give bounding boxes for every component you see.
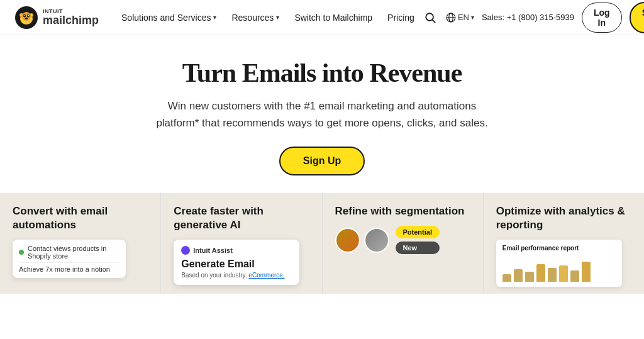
bar-8 [582, 262, 591, 282]
card-generative-ai: Create faster with generative AI Intuit … [161, 193, 322, 294]
svg-line-14 [432, 19, 435, 22]
feature-cards-row: Convert with email automations Contact v… [0, 193, 644, 294]
hero-section: Turn Emails into Revenue Win new custome… [0, 35, 644, 193]
search-icon [425, 12, 436, 23]
pill-new: New [396, 242, 440, 254]
chevron-down-icon: ▾ [276, 14, 279, 21]
bar-4 [536, 264, 545, 282]
card-analytics: Optimize with analytics & reporting Emai… [484, 193, 644, 294]
lang-label: EN [458, 13, 469, 22]
ai-badge-icon [181, 246, 190, 255]
nav-resources-label: Resources [231, 13, 274, 23]
logo[interactable]: INTUIT mailchimp [15, 6, 99, 29]
nav-switch-label: Switch to Mailchimp [294, 13, 372, 23]
nav-solutions-label: Solutions and Services [121, 13, 211, 23]
signup-button-nav[interactable]: Sign Up [630, 2, 644, 33]
login-button[interactable]: Log In [582, 3, 622, 33]
card-1-preview-text: Contact views products in Shopify store [28, 245, 119, 260]
card-segmentation: Refine with segmentation Potential New [323, 193, 484, 294]
bar-2 [514, 269, 523, 282]
svg-point-6 [28, 14, 29, 16]
svg-point-5 [25, 14, 25, 16]
card-2-preview: Intuit Assist Generate Email Based on yo… [174, 240, 299, 285]
card-email-automations: Convert with email automations Contact v… [0, 193, 161, 294]
search-button[interactable] [422, 9, 438, 26]
card-1-preview: Contact views products in Shopify store … [13, 240, 126, 278]
hero-signup-button[interactable]: Sign Up [279, 147, 365, 175]
hero-subtext: Win new customers with the #1 email mark… [152, 98, 492, 131]
bar-6 [559, 265, 568, 282]
seg-pills: Potential New [396, 226, 440, 254]
navigation: INTUIT mailchimp Solutions and Services … [0, 0, 644, 35]
bar-3 [525, 272, 534, 282]
chevron-down-icon: ▾ [471, 14, 474, 21]
card-3-title: Refine with segmentation [335, 204, 470, 218]
analytics-report-title: Email performance report [502, 245, 616, 252]
bar-5 [548, 268, 557, 282]
logo-mailchimp-label: mailchimp [43, 14, 99, 26]
analytics-bars [502, 257, 616, 282]
card-4-title: Optimize with analytics & reporting [496, 204, 631, 232]
hero-headline: Turn Emails into Revenue [182, 58, 462, 88]
card-4-preview: Email performance report [496, 240, 622, 287]
chevron-down-icon: ▾ [213, 14, 216, 21]
bar-7 [570, 270, 579, 282]
seg-avatars [335, 228, 389, 253]
pill-potential: Potential [396, 226, 440, 238]
status-dot [19, 250, 24, 255]
language-selector[interactable]: EN ▾ [446, 13, 474, 23]
ai-badge: Intuit Assist [181, 246, 292, 255]
ai-card-title: Generate Email [181, 258, 292, 270]
card-1-preview-sub: Achieve 7x more into a notion [19, 265, 119, 273]
nav-solutions[interactable]: Solutions and Services ▾ [114, 0, 224, 35]
svg-point-8 [25, 18, 28, 19]
nav-left: INTUIT mailchimp Solutions and Services … [15, 0, 422, 35]
svg-point-11 [20, 14, 23, 16]
svg-point-12 [30, 14, 33, 16]
card-3-preview: Potential New [335, 226, 470, 254]
nav-switch[interactable]: Switch to Mailchimp [287, 0, 380, 35]
bar-1 [502, 274, 511, 282]
ai-badge-label: Intuit Assist [193, 247, 233, 254]
card-2-title: Create faster with generative AI [174, 204, 309, 232]
sales-phone: Sales: +1 (800) 315-5939 [482, 13, 574, 22]
avatar-1 [335, 228, 360, 253]
ai-link[interactable]: eCommerce, [248, 272, 284, 279]
logo-text: INTUIT mailchimp [43, 9, 99, 26]
nav-resources[interactable]: Resources ▾ [224, 0, 287, 35]
nav-pricing[interactable]: Pricing [380, 0, 422, 35]
avatar-2 [364, 228, 389, 253]
ai-card-sub: Based on your industry, eCommerce, [181, 272, 292, 279]
nav-pricing-label: Pricing [387, 13, 414, 23]
nav-right: EN ▾ Sales: +1 (800) 315-5939 Log In Sig… [422, 2, 644, 33]
logo-icon [15, 6, 38, 29]
globe-icon [446, 13, 456, 23]
card-1-title: Convert with email automations [13, 204, 148, 232]
